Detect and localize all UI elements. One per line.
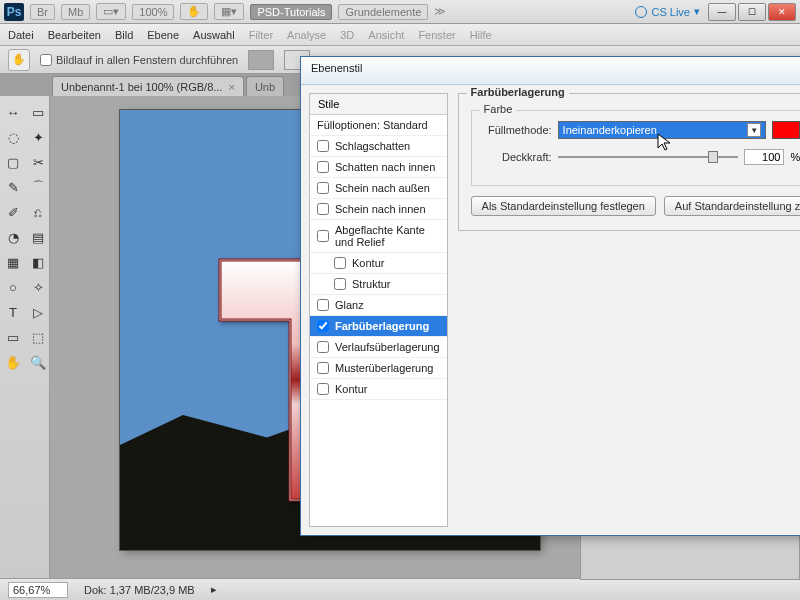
- style-schein-aussen[interactable]: Schein nach außen: [310, 178, 447, 199]
- reset-default-button[interactable]: Auf Standardeinstellung z: [664, 196, 800, 216]
- opacity-slider[interactable]: [558, 156, 739, 158]
- blend-mode-select[interactable]: Ineinanderkopieren ▼: [558, 121, 767, 139]
- style-bevel-kontur[interactable]: Kontur: [310, 253, 447, 274]
- status-chevron-icon[interactable]: ▸: [211, 583, 217, 596]
- path-tool[interactable]: ▷: [26, 300, 50, 324]
- opacity-label: Deckkraft:: [482, 151, 552, 163]
- blend-mode-value: Ineinanderkopieren: [563, 124, 657, 136]
- cs-live-icon: [635, 6, 647, 18]
- style-farbueberlagerung[interactable]: Farbüberlagerung: [310, 316, 447, 337]
- chevron-down-icon: ▾: [694, 5, 700, 18]
- set-default-button[interactable]: Als Standardeinstellung festlegen: [471, 196, 656, 216]
- fit-screen-button[interactable]: [248, 50, 274, 70]
- document-tab-1[interactable]: Unbenannt-1 bei 100% (RGB/8... ×: [52, 76, 244, 96]
- style-settings: Farbüberlagerung Farbe Füllmethode: Inei…: [458, 93, 800, 527]
- styles-list: Stile Fülloptionen: Standard Schlagschat…: [309, 93, 448, 527]
- menu-ebene[interactable]: Ebene: [147, 29, 179, 41]
- hand-tool-icon[interactable]: ✋: [8, 49, 30, 71]
- brush-tool[interactable]: ✐: [1, 200, 25, 224]
- style-glanz[interactable]: Glanz: [310, 295, 447, 316]
- dodge-tool[interactable]: ○: [1, 275, 25, 299]
- style-schein-innen[interactable]: Schein nach innen: [310, 199, 447, 220]
- more-icon[interactable]: ≫: [434, 5, 446, 18]
- lasso-tool[interactable]: ◌: [1, 125, 25, 149]
- style-bevel[interactable]: Abgeflachte Kante und Relief: [310, 220, 447, 253]
- status-bar: 66,67% Dok: 1,37 MB/23,9 MB ▸: [0, 578, 800, 600]
- doc-size-label: Dok: 1,37 MB/23,9 MB: [84, 584, 195, 596]
- type-tool[interactable]: T: [1, 300, 25, 324]
- crop-tool[interactable]: ▢: [1, 150, 25, 174]
- move-tool[interactable]: ↔: [1, 100, 25, 124]
- cs-live-label: CS Live: [651, 6, 690, 18]
- minibridge-button[interactable]: Mb: [61, 4, 90, 20]
- 3d-tool[interactable]: ⬚: [26, 325, 50, 349]
- app-titlebar: Ps Br Mb ▭▾ 100% ✋ ▦▾ PSD-Tutorials Grun…: [0, 0, 800, 24]
- pen-tool[interactable]: ✧: [26, 275, 50, 299]
- inner-title: Farbe: [480, 103, 517, 115]
- opacity-unit: %: [790, 151, 800, 163]
- menu-auswahl[interactable]: Auswahl: [193, 29, 235, 41]
- healing-tool[interactable]: ⌒: [26, 175, 50, 199]
- menu-ansicht[interactable]: Ansicht: [368, 29, 404, 41]
- style-schlagschatten[interactable]: Schlagschatten: [310, 136, 447, 157]
- menu-fenster[interactable]: Fenster: [418, 29, 455, 41]
- opacity-input[interactable]: 100: [744, 149, 784, 165]
- blend-mode-label: Füllmethode:: [482, 124, 552, 136]
- zoom-tool[interactable]: 🔍: [26, 350, 50, 374]
- style-muster[interactable]: Musterüberlagerung: [310, 358, 447, 379]
- menu-analyse[interactable]: Analyse: [287, 29, 326, 41]
- slice-tool[interactable]: ✂: [26, 150, 50, 174]
- zoom-input[interactable]: 66,67%: [8, 582, 68, 598]
- menu-bearbeiten[interactable]: Bearbeiten: [48, 29, 101, 41]
- cs-live-menu[interactable]: CS Live ▾: [635, 5, 700, 18]
- blur-tool[interactable]: ◧: [26, 250, 50, 274]
- chevron-down-icon: ▼: [747, 123, 761, 137]
- gradient-tool[interactable]: ▦: [1, 250, 25, 274]
- stamp-tool[interactable]: ⎌: [26, 200, 50, 224]
- zoom-level[interactable]: 100%: [132, 4, 174, 20]
- menu-bar: Datei Bearbeiten Bild Ebene Auswahl Filt…: [0, 24, 800, 46]
- slider-thumb[interactable]: [708, 151, 718, 163]
- menu-datei[interactable]: Datei: [8, 29, 34, 41]
- arrange-button[interactable]: ▦▾: [214, 3, 244, 20]
- style-kontur[interactable]: Kontur: [310, 379, 447, 400]
- color-swatch[interactable]: [772, 121, 800, 139]
- eyedropper-tool[interactable]: ✎: [1, 175, 25, 199]
- menu-3d[interactable]: 3D: [340, 29, 354, 41]
- style-schatten-innen[interactable]: Schatten nach innen: [310, 157, 447, 178]
- eraser-tool[interactable]: ▤: [26, 225, 50, 249]
- fill-options-row[interactable]: Fülloptionen: Standard: [310, 115, 447, 136]
- scroll-all-windows-checkbox[interactable]: Bildlauf in allen Fenstern durchführen: [40, 54, 238, 66]
- section-title: Farbüberlagerung: [467, 86, 569, 98]
- document-tab-2[interactable]: Unb: [246, 76, 284, 96]
- scroll-all-label: Bildlauf in allen Fenstern durchführen: [56, 54, 238, 66]
- magic-wand-tool[interactable]: ✦: [26, 125, 50, 149]
- style-verlauf[interactable]: Verlaufsüberlagerung: [310, 337, 447, 358]
- menu-bild[interactable]: Bild: [115, 29, 133, 41]
- style-bevel-struktur[interactable]: Struktur: [310, 274, 447, 295]
- close-button[interactable]: ✕: [768, 3, 796, 21]
- hand-tool-button[interactable]: ✋: [180, 3, 208, 20]
- photoshop-logo: Ps: [4, 3, 24, 21]
- workspace-tutorials[interactable]: PSD-Tutorials: [250, 4, 332, 20]
- close-tab-icon[interactable]: ×: [228, 81, 234, 93]
- minimize-button[interactable]: —: [708, 3, 736, 21]
- workspace-grundelemente[interactable]: Grundelemente: [338, 4, 428, 20]
- styles-header[interactable]: Stile: [310, 94, 447, 115]
- history-brush-tool[interactable]: ◔: [1, 225, 25, 249]
- screen-mode-button[interactable]: ▭▾: [96, 3, 126, 20]
- toolbox: ↔ ▭ ◌ ✦ ▢ ✂ ✎ ⌒ ✐ ⎌ ◔ ▤ ▦ ◧ ○ ✧ T ▷ ▭ ⬚ …: [0, 96, 50, 600]
- shape-tool[interactable]: ▭: [1, 325, 25, 349]
- dialog-title: Ebenenstil: [301, 57, 800, 85]
- document-tab-label: Unbenannt-1 bei 100% (RGB/8...: [61, 81, 222, 93]
- menu-hilfe[interactable]: Hilfe: [470, 29, 492, 41]
- maximize-button[interactable]: ☐: [738, 3, 766, 21]
- marquee-tool[interactable]: ▭: [26, 100, 50, 124]
- menu-filter[interactable]: Filter: [249, 29, 273, 41]
- layer-style-dialog: Ebenenstil Stile Fülloptionen: Standard …: [300, 56, 800, 536]
- bridge-button[interactable]: Br: [30, 4, 55, 20]
- hand-tool[interactable]: ✋: [1, 350, 25, 374]
- document-tab-label: Unb: [255, 81, 275, 93]
